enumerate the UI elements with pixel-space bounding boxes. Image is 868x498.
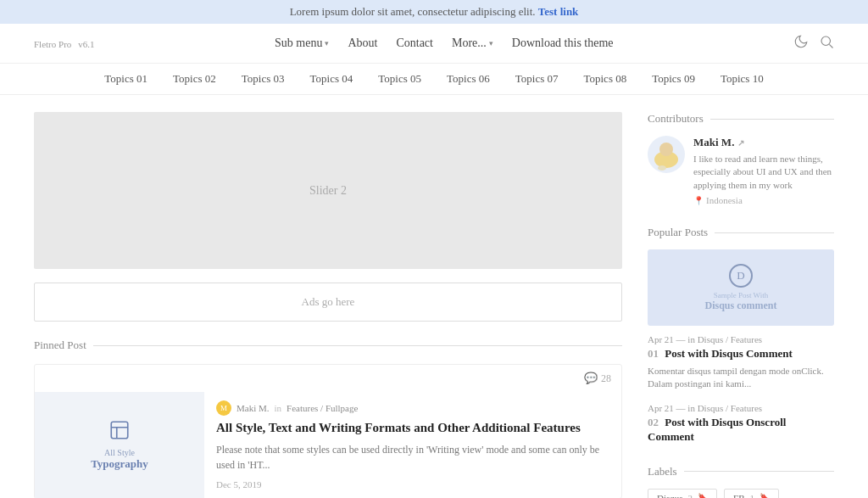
main-nav: Sub menu ▾ About Contact More... ▾ Downl… — [275, 36, 614, 50]
contributors-title-text: Contributors — [648, 112, 704, 126]
contributors-section: Contributors Maki M. ↗ I like to read an… — [648, 112, 834, 205]
logo-name: Fletro Pro — [34, 39, 71, 49]
comment-count: 28 — [601, 372, 611, 385]
popular-title: Popular Posts — [648, 226, 834, 239]
secondary-nav: Topics 01 Topics 02 Topics 03 Topics 04 … — [0, 64, 868, 95]
disqus-placeholder: D Sample Post With Disqus comment — [704, 264, 776, 312]
disqus-sample-text: Sample Post With — [704, 291, 776, 299]
pop-post-1-meta: Apr 21 — in Disqus / Features — [648, 334, 834, 344]
thumbnail-small-label: All Style — [104, 448, 135, 457]
pop-post-1-title[interactable]: 01 Post with Disqus Comment — [648, 347, 834, 361]
pop-post-1-excerpt: Komentar disqus tampil dengan mode onCli… — [648, 365, 834, 391]
pinned-post-card: 💬 28 All Style Typography M — [34, 364, 622, 498]
post-meta-in: in — [275, 403, 282, 413]
popular-featured-image[interactable]: D Sample Post With Disqus comment — [648, 249, 834, 326]
topic-10[interactable]: Topics 10 — [721, 72, 764, 86]
banner-text: Lorem ipsum dolor sit amet, consectetur … — [290, 5, 536, 18]
label-disqus-name: Disqus — [657, 493, 683, 498]
nav-more[interactable]: More... ▾ — [452, 36, 493, 50]
logo-version: v6.1 — [78, 39, 94, 49]
pinned-title-text: Pinned Post — [34, 339, 86, 352]
svg-point-4 — [659, 143, 673, 156]
popular-posts-section: Popular Posts D Sample Post With Disqus … — [648, 226, 834, 444]
disqus-label: Disqus comment — [704, 299, 776, 312]
pop-post-2-meta-text: Apr 21 — in Disqus / Features — [648, 403, 762, 413]
label-disqus-count: 2 — [688, 493, 693, 498]
main-container: Slider 2 Ads go here Pinned Post 💬 28 — [0, 95, 868, 498]
location-icon: 📍 — [693, 196, 704, 205]
pop-post-2-title[interactable]: 02 Post with Disqus Onscroll Comment — [648, 416, 834, 445]
labels-title: Labels — [648, 465, 834, 478]
topic-09[interactable]: Topics 09 — [652, 72, 695, 86]
moon-icon[interactable] — [793, 34, 809, 53]
topic-07[interactable]: Topics 07 — [515, 72, 559, 86]
contributor: Maki M. ↗ I like to read and learn new t… — [648, 136, 834, 205]
logo: Fletro Pro v6.1 — [34, 36, 95, 51]
topic-04[interactable]: Topics 04 — [310, 72, 353, 86]
thumbnail-large-label: Typography — [91, 457, 148, 471]
popular-post-1: Apr 21 — in Disqus / Features 01 Post wi… — [648, 334, 834, 391]
nav-about[interactable]: About — [348, 36, 377, 50]
topic-01[interactable]: Topics 01 — [104, 72, 147, 86]
post-date: Dec 5, 2019 — [216, 479, 609, 490]
nav-submenu[interactable]: Sub menu ▾ — [275, 36, 329, 50]
labels-section: Labels Disqus 2 🔖 FB 1 🔖 — [648, 465, 834, 498]
popular-title-text: Popular Posts — [648, 226, 708, 239]
post-title[interactable]: All Style, Text and Writing Formats and … — [216, 420, 609, 437]
post-categories: Features / Fullpage — [287, 403, 358, 413]
label-disqus[interactable]: Disqus 2 🔖 — [648, 489, 717, 498]
topic-06[interactable]: Topics 06 — [447, 72, 490, 86]
contributor-name-text: Maki M. — [693, 136, 734, 149]
slider-label: Slider 2 — [309, 184, 347, 198]
ads-label: Ads go here — [302, 295, 355, 308]
post-author: Maki M. — [236, 403, 270, 413]
contributor-avatar — [648, 136, 685, 173]
post-meta: M Maki M. in Features / Fullpage — [216, 400, 609, 416]
svg-point-0 — [821, 36, 831, 46]
ads-bar: Ads go here — [34, 283, 622, 322]
contributor-bio: I like to read and learn new things, esp… — [693, 153, 834, 192]
topic-03[interactable]: Topics 03 — [242, 72, 285, 86]
external-link-icon[interactable]: ↗ — [737, 138, 744, 148]
topic-02[interactable]: Topics 02 — [173, 72, 216, 86]
pop-post-1-title-text: Post with Disqus Comment — [665, 347, 793, 360]
header-icons — [793, 34, 834, 53]
content-area: Slider 2 Ads go here Pinned Post 💬 28 — [34, 112, 622, 498]
topic-08[interactable]: Topics 08 — [583, 72, 626, 86]
post-excerpt: Please note that some styles can be used… — [216, 442, 609, 473]
disqus-d-icon: D — [729, 264, 753, 288]
banner-link[interactable]: Test link — [538, 5, 579, 18]
nav-submenu-label[interactable]: Sub menu — [275, 36, 322, 50]
search-icon[interactable] — [819, 34, 834, 53]
contributor-location: 📍 Indonesia — [693, 195, 834, 205]
pop-post-1-meta-text: Apr 21 — in Disqus / Features — [648, 334, 762, 344]
post-card-header: 💬 28 — [35, 365, 621, 392]
thumbnail-icon — [108, 419, 131, 445]
pinned-section-title: Pinned Post — [34, 339, 622, 352]
contributor-info: Maki M. ↗ I like to read and learn new t… — [693, 136, 834, 205]
contributor-name: Maki M. ↗ — [693, 136, 834, 149]
svg-rect-2 — [111, 422, 128, 439]
comment-icon: 💬 — [584, 372, 598, 385]
pop-post-2-title-text: Post with Disqus Onscroll Comment — [648, 416, 786, 443]
pop-post-2-num: 02 — [648, 416, 659, 428]
pop-post-1-num: 01 — [648, 347, 659, 360]
chevron-down-icon-2: ▾ — [489, 39, 493, 48]
post-info: M Maki M. in Features / Fullpage All Sty… — [204, 392, 621, 498]
nav-more-label[interactable]: More... — [452, 36, 487, 50]
sidebar: Contributors Maki M. ↗ I like to read an… — [648, 112, 834, 498]
svg-point-5 — [658, 165, 666, 171]
author-avatar: M — [216, 400, 231, 416]
topic-05[interactable]: Topics 05 — [378, 72, 421, 86]
header: Fletro Pro v6.1 Sub menu ▾ About Contact… — [0, 24, 868, 64]
pop-post-2-meta: Apr 21 — in Disqus / Features — [648, 403, 834, 413]
location-text: Indonesia — [706, 195, 743, 205]
nav-download[interactable]: Download this theme — [512, 36, 614, 50]
label-fb-name: FB — [733, 493, 744, 498]
svg-line-1 — [829, 44, 832, 48]
label-fb[interactable]: FB 1 🔖 — [724, 489, 779, 498]
slider: Slider 2 — [34, 112, 622, 269]
bookmark-icon-2: 🔖 — [760, 493, 770, 498]
labels-row: Disqus 2 🔖 FB 1 🔖 — [648, 489, 834, 498]
nav-contact[interactable]: Contact — [396, 36, 433, 50]
